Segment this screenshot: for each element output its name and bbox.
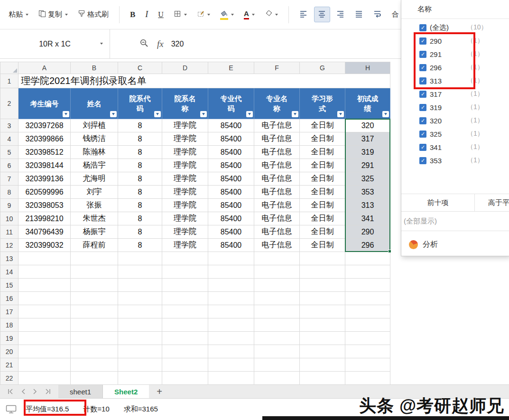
checkbox-checked-icon[interactable]: ✓ xyxy=(419,24,426,31)
header-cell[interactable]: 初试成绩 xyxy=(345,88,390,119)
filter-item[interactable]: ✓290（1） xyxy=(401,34,509,47)
bold-button[interactable]: B xyxy=(126,7,139,23)
cell[interactable]: 8 xyxy=(118,199,162,212)
filter-button[interactable] xyxy=(63,111,69,117)
format-painter-button[interactable]: 格式刷 xyxy=(74,7,112,22)
cell[interactable]: 8 xyxy=(118,119,162,132)
cell[interactable] xyxy=(118,252,162,265)
checkbox-checked-icon[interactable]: ✓ xyxy=(419,91,426,98)
cell[interactable]: 8 xyxy=(118,159,162,172)
cell[interactable] xyxy=(118,358,162,372)
cell[interactable] xyxy=(345,279,390,292)
cell[interactable] xyxy=(254,252,300,265)
cell[interactable] xyxy=(19,305,71,318)
row-number[interactable]: 13 xyxy=(0,252,19,265)
justify-button[interactable] xyxy=(351,7,367,22)
cell[interactable]: 杨浩宇 xyxy=(71,159,118,172)
cell[interactable]: 电子信息 xyxy=(254,186,300,199)
cell[interactable]: 电子信息 xyxy=(254,199,300,212)
cell[interactable] xyxy=(71,305,118,318)
cell[interactable] xyxy=(118,332,162,345)
cell[interactable]: 张振 xyxy=(71,199,118,212)
row-number[interactable]: 3 xyxy=(0,119,19,132)
next-sheet-icon[interactable] xyxy=(33,389,37,394)
cell[interactable] xyxy=(118,292,162,305)
row-number[interactable]: 9 xyxy=(0,199,19,212)
cell[interactable] xyxy=(254,318,300,332)
last-sheet-icon[interactable] xyxy=(45,389,51,394)
cell[interactable]: 全日制 xyxy=(300,212,345,225)
filter-item[interactable]: ✓313（1） xyxy=(401,74,509,87)
cell[interactable]: 341 xyxy=(345,212,390,225)
cell[interactable]: 8 xyxy=(118,212,162,225)
cell[interactable]: 85400 xyxy=(208,186,254,199)
underline-button[interactable]: U xyxy=(154,7,167,22)
cell[interactable]: 全日制 xyxy=(300,132,345,146)
cell[interactable]: 85400 xyxy=(208,199,254,212)
checkbox-checked-icon[interactable]: ✓ xyxy=(419,77,426,84)
cell[interactable] xyxy=(118,279,162,292)
cell[interactable]: 317 xyxy=(345,132,390,146)
cell[interactable]: 理学院 xyxy=(162,225,208,239)
cell[interactable]: 320398053 xyxy=(19,199,71,212)
font-color-button[interactable]: A xyxy=(240,7,259,23)
cell[interactable] xyxy=(19,358,71,372)
cell[interactable]: 全日制 xyxy=(300,146,345,159)
cell[interactable]: 全日制 xyxy=(300,199,345,212)
first-sheet-icon[interactable] xyxy=(8,389,14,394)
cell[interactable] xyxy=(71,345,118,358)
cell[interactable] xyxy=(300,279,345,292)
filter-button[interactable] xyxy=(337,111,344,117)
filter-item[interactable]: ✓325（1） xyxy=(401,127,509,140)
row-number[interactable]: 11 xyxy=(0,225,19,239)
row-number[interactable]: 7 xyxy=(0,172,19,186)
column-header-f[interactable]: F xyxy=(254,62,300,74)
cell[interactable]: 电子信息 xyxy=(254,172,300,186)
top-ten-button[interactable]: 前十项 xyxy=(401,194,475,211)
checkbox-checked-icon[interactable]: ✓ xyxy=(419,51,426,58)
cell[interactable] xyxy=(71,372,118,385)
copy-button[interactable]: 复制 xyxy=(35,7,72,22)
cell[interactable]: 320 xyxy=(345,119,390,132)
cell[interactable]: 85400 xyxy=(208,172,254,186)
cell[interactable]: 全日制 xyxy=(300,159,345,172)
header-cell[interactable]: 专业名称 xyxy=(254,88,300,119)
clear-button[interactable] xyxy=(261,7,282,22)
filter-button[interactable] xyxy=(154,111,161,117)
cell[interactable]: 全日制 xyxy=(300,186,345,199)
cell[interactable]: 353 xyxy=(345,186,390,199)
row-number[interactable]: 6 xyxy=(0,159,19,172)
cell[interactable]: 85400 xyxy=(208,212,254,225)
cell[interactable] xyxy=(300,252,345,265)
cell[interactable] xyxy=(300,358,345,372)
cell[interactable] xyxy=(71,292,118,305)
cell[interactable] xyxy=(254,265,300,279)
align-left-button[interactable] xyxy=(296,7,312,22)
header-cell[interactable]: 姓名 xyxy=(71,88,118,119)
cell[interactable] xyxy=(208,372,254,385)
cell[interactable] xyxy=(162,358,208,372)
cell[interactable] xyxy=(162,305,208,318)
column-header-b[interactable]: B xyxy=(71,62,118,74)
header-cell[interactable]: 考生编号 xyxy=(19,88,71,119)
borders-button[interactable] xyxy=(170,7,191,22)
tab-sheet2-active[interactable]: Sheet2 xyxy=(103,385,149,398)
cell[interactable]: 8 xyxy=(118,146,162,159)
cell[interactable] xyxy=(300,332,345,345)
cell[interactable]: 陈瀚林 xyxy=(71,146,118,159)
cell[interactable]: 全日制 xyxy=(300,239,345,252)
wrap-text-button[interactable] xyxy=(370,7,386,22)
cell[interactable] xyxy=(345,372,390,385)
cell[interactable] xyxy=(345,318,390,332)
cell[interactable] xyxy=(208,292,254,305)
cell[interactable]: 320399136 xyxy=(19,172,71,186)
cell[interactable] xyxy=(208,318,254,332)
checkbox-checked-icon[interactable]: ✓ xyxy=(419,104,426,111)
row-number[interactable]: 16 xyxy=(0,292,19,305)
cell[interactable]: 620599996 xyxy=(19,186,71,199)
cell[interactable]: 理学院 xyxy=(162,132,208,146)
column-header-e[interactable]: E xyxy=(208,62,254,74)
cell[interactable]: 320398512 xyxy=(19,146,71,159)
cell[interactable] xyxy=(162,372,208,385)
cell[interactable]: 85400 xyxy=(208,146,254,159)
